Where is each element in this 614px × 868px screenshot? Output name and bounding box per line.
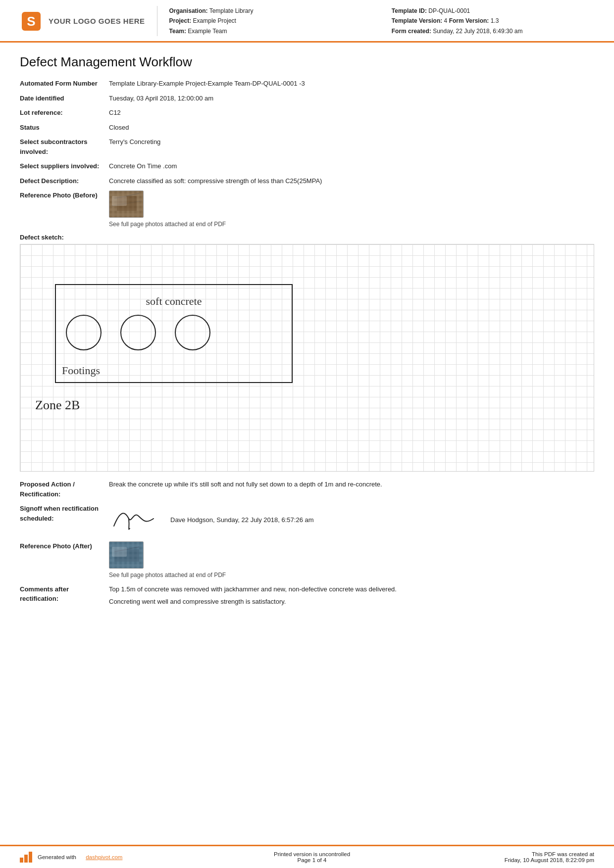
circle-1 [66, 315, 102, 350]
signoff-person: Dave Hodgson, Sunday, 22 July 2018, 6:57… [170, 515, 314, 525]
concrete-rect: soft concrete Footings [55, 284, 293, 383]
svg-rect-16 [114, 549, 139, 562]
reference-photo-before-label: Reference Photo (Before) [20, 191, 109, 200]
signature-svg [109, 504, 158, 533]
header-meta: Organisation: Template Library Project: … [169, 6, 594, 36]
signature [109, 504, 158, 536]
photo-after-image [109, 541, 144, 569]
comments-row: Comments after rectification: Top 1.5m o… [20, 584, 594, 607]
pdf-created-text: This PDF was created at [465, 851, 594, 857]
signoff-row: Signoff when rectification scheduled: Da… [20, 504, 594, 536]
logo-text: YOUR LOGO GOES HERE [49, 17, 145, 25]
signoff-label: Signoff when rectification scheduled: [20, 504, 109, 523]
photo-before-caption: See full page photos attached at end of … [109, 220, 594, 229]
lot-reference-label: Lot reference: [20, 108, 109, 118]
uncontrolled-text: Printed version is uncontrolled [274, 851, 350, 857]
automated-form-number-value: Template Library-Example Project-Example… [109, 79, 594, 89]
svg-rect-3 [109, 191, 144, 218]
page-title: Defect Management Workflow [20, 54, 594, 70]
pdf-created-date: Friday, 10 August 2018, 8:22:09 pm [465, 857, 594, 863]
defect-sketch-section: Defect sketch: soft concrete Footings Zo… [20, 234, 594, 472]
form-version-value: 1.3 [491, 17, 499, 24]
suppliers-label: Select suppliers involved: [20, 161, 109, 171]
reference-photo-after-label: Reference Photo (After) [20, 541, 109, 551]
org-value: Template Library [209, 7, 254, 14]
body: Defect Management Workflow Automated For… [0, 43, 614, 845]
status-row: Status Closed [20, 123, 594, 133]
date-identified-label: Date identified [20, 94, 109, 103]
org-label: Organisation: [169, 7, 208, 14]
suppliers-value: Concrete On Time .com [109, 161, 594, 171]
header-col-left: Organisation: Template Library Project: … [169, 6, 372, 36]
svg-rect-17 [20, 858, 23, 863]
team-label: Team: [169, 28, 186, 35]
reference-photo-after-row: Reference Photo (After) [20, 541, 594, 579]
svg-rect-9 [117, 196, 137, 211]
circle-2 [120, 315, 156, 350]
automated-form-number-row: Automated Form Number Template Library-E… [20, 79, 594, 89]
proposed-action-label: Proposed Action / Rectification: [20, 480, 109, 499]
defect-description-label: Defect Description: [20, 176, 109, 186]
comments-label: Comments after rectification: [20, 584, 109, 604]
status-label: Status [20, 123, 109, 133]
footer-left: Generated with dashpivot.com [20, 852, 158, 863]
signoff-value: Dave Hodgson, Sunday, 22 July 2018, 6:57… [109, 504, 594, 536]
generated-text: Generated with [38, 854, 76, 860]
concrete-label: soft concrete [146, 295, 202, 308]
comments-line-2: Concreting went well and compressive str… [109, 597, 594, 607]
page-text: Page 1 of 4 [274, 857, 350, 863]
header: S YOUR LOGO GOES HERE Organisation: Temp… [0, 0, 614, 43]
svg-rect-18 [24, 855, 28, 863]
date-identified-value: Tuesday, 03 April 2018, 12:00:00 am [109, 94, 594, 103]
project-label: Project: [169, 17, 192, 24]
reference-photo-after-value: See full page photos attached at end of … [109, 541, 594, 579]
comments-line-1: Top 1.5m of concrete was removed with ja… [109, 584, 594, 594]
reference-photo-before-value: See full page photos attached at end of … [109, 191, 594, 229]
form-created-label: Form created: [392, 28, 431, 35]
lot-reference-value: C12 [109, 108, 594, 118]
status-value: Closed [109, 123, 594, 133]
defect-description-value: Concrete classified as soft: compressive… [109, 176, 594, 186]
svg-rect-19 [29, 852, 32, 863]
logo-icon: S [20, 10, 43, 33]
form-version-label: Form Version: [449, 17, 489, 24]
reference-photo-before-row: Reference Photo (Before) [20, 191, 594, 229]
automated-form-number-label: Automated Form Number [20, 79, 109, 89]
site-link[interactable]: dashpivot.com [86, 854, 122, 860]
defect-description-row: Defect Description: Concrete classified … [20, 176, 594, 186]
proposed-action-value: Break the concrete up while it's still s… [109, 480, 594, 489]
proposed-action-row: Proposed Action / Rectification: Break t… [20, 480, 594, 499]
circle-3 [175, 315, 210, 350]
comments-value: Top 1.5m of concrete was removed with ja… [109, 584, 594, 607]
team-value: Example Team [188, 28, 227, 35]
defect-sketch-label: Defect sketch: [20, 234, 594, 241]
template-id-label: Template ID: [392, 7, 427, 14]
template-id-value: DP-QUAL-0001 [428, 7, 470, 14]
template-version-value: 4 [444, 17, 448, 24]
page: S YOUR LOGO GOES HERE Organisation: Temp… [0, 0, 614, 868]
date-identified-row: Date identified Tuesday, 03 April 2018, … [20, 94, 594, 103]
photo-before-image [109, 191, 144, 218]
zone-label: Zone 2B [35, 398, 80, 413]
subcontractors-row: Select subcontractors involved: Terry's … [20, 137, 594, 156]
form-created-value: Sunday, 22 July 2018, 6:49:30 am [433, 28, 522, 35]
footings-label: Footings [62, 364, 100, 377]
header-col-right: Template ID: DP-QUAL-0001 Template Versi… [392, 6, 594, 36]
footer-center: Printed version is uncontrolled Page 1 o… [274, 851, 350, 863]
footer-right: This PDF was created at Friday, 10 Augus… [465, 851, 594, 863]
svg-text:S: S [27, 14, 35, 29]
project-value: Example Project [193, 17, 236, 24]
lot-reference-row: Lot reference: C12 [20, 108, 594, 118]
template-version-label: Template Version: [392, 17, 442, 24]
sketch-inner: soft concrete Footings Zone 2B [20, 244, 594, 471]
suppliers-row: Select suppliers involved: Concrete On T… [20, 161, 594, 171]
subcontractors-value: Terry's Concreting [109, 137, 594, 147]
footer-logo-icon [20, 852, 34, 863]
subcontractors-label: Select subcontractors involved: [20, 137, 109, 156]
logo-area: S YOUR LOGO GOES HERE [20, 6, 157, 36]
sketch-container: soft concrete Footings Zone 2B [20, 244, 594, 472]
footer: Generated with dashpivot.com Printed ver… [0, 845, 614, 868]
photo-after-caption: See full page photos attached at end of … [109, 571, 594, 579]
